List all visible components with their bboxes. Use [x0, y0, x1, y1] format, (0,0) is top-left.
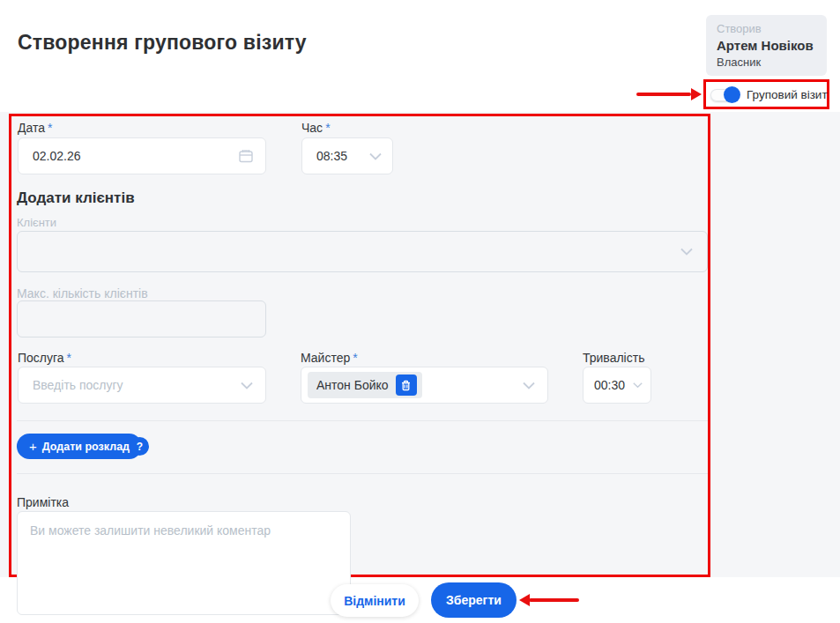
- annotation-arrow-toggle: [636, 93, 691, 96]
- required-marker: *: [353, 351, 357, 365]
- add-schedule-label: Додати розклад: [42, 441, 130, 453]
- creator-label: Створив: [717, 22, 816, 35]
- master-chip-name: Антон Бойко: [316, 378, 389, 392]
- divider: [17, 473, 708, 474]
- page-title: Створення групового візиту: [18, 31, 307, 55]
- creator-role: Власник: [717, 56, 816, 69]
- date-value: 02.02.26: [33, 149, 81, 163]
- creator-card: Створив Артем Новіков Власник: [706, 15, 827, 76]
- annotation-arrowhead-toggle: [691, 88, 702, 100]
- group-visit-toggle-row: Груповий візит: [703, 79, 829, 109]
- master-remove-button[interactable]: [396, 375, 417, 396]
- chevron-down-icon: [369, 152, 382, 160]
- clients-label: Клієнти: [17, 216, 56, 229]
- time-label: Час*: [301, 121, 331, 135]
- duration-select[interactable]: 00:30: [583, 367, 651, 404]
- date-label: Дата*: [18, 121, 52, 135]
- creator-name: Артем Новіков: [717, 38, 816, 53]
- calendar-icon: [238, 148, 254, 164]
- note-label: Примітка: [17, 495, 69, 509]
- duration-label: Тривалість: [583, 351, 644, 365]
- max-clients-field: [17, 300, 266, 337]
- required-marker: *: [48, 121, 52, 135]
- add-clients-section-title: Додати клієнтів: [17, 189, 135, 207]
- add-schedule-button[interactable]: + Додати розклад: [17, 434, 142, 459]
- chevron-down-icon: [523, 382, 535, 389]
- annotation-arrow-save: [529, 598, 579, 602]
- chevron-down-icon: [633, 382, 643, 389]
- clients-select[interactable]: [17, 231, 708, 272]
- date-input[interactable]: 02.02.26: [18, 137, 266, 174]
- save-button[interactable]: Зберегти: [431, 582, 517, 618]
- chevron-down-icon: [241, 382, 253, 389]
- master-select[interactable]: Антон Бойко: [301, 367, 548, 404]
- service-select[interactable]: Введіть послугу: [18, 367, 266, 404]
- note-textarea[interactable]: [17, 511, 351, 615]
- cancel-button[interactable]: Відмінити: [331, 584, 419, 617]
- toggle-knob-icon: [724, 86, 740, 103]
- plus-icon: +: [29, 440, 37, 453]
- time-select[interactable]: 08:35: [301, 137, 393, 174]
- duration-value: 00:30: [594, 378, 625, 392]
- chevron-down-icon: [680, 248, 693, 256]
- service-label: Послуга*: [18, 351, 71, 365]
- help-button[interactable]: ?: [130, 437, 149, 456]
- max-clients-input[interactable]: [18, 301, 265, 337]
- group-visit-toggle-label: Груповий візит: [747, 88, 828, 101]
- master-chip: Антон Бойко: [308, 372, 422, 398]
- service-placeholder: Введіть послугу: [33, 378, 123, 392]
- required-marker: *: [325, 121, 330, 135]
- question-icon: ?: [137, 441, 143, 453]
- annotation-rect-form: [9, 114, 710, 577]
- divider: [17, 420, 708, 421]
- time-value: 08:35: [316, 149, 347, 163]
- group-visit-toggle[interactable]: [710, 86, 740, 103]
- master-label: Майстер*: [301, 351, 358, 365]
- trash-icon: [400, 380, 412, 391]
- max-clients-label: Макс. кількість клієнтів: [17, 286, 148, 300]
- required-marker: *: [67, 351, 71, 365]
